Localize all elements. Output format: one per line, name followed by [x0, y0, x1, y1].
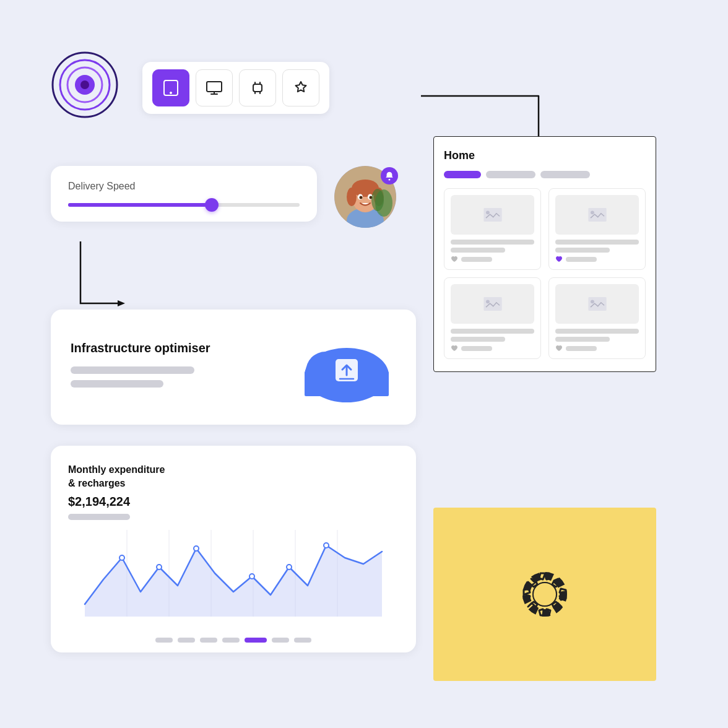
svg-point-52: [591, 210, 594, 214]
infra-bar-medium: [71, 380, 163, 388]
svg-point-56: [591, 300, 594, 303]
svg-point-29: [371, 189, 384, 211]
chart-dot-6[interactable]: [272, 638, 289, 643]
avatar-container: [334, 166, 399, 231]
device-switcher: [142, 62, 329, 114]
tab-pills: [444, 171, 646, 178]
tab-pill-2[interactable]: [486, 171, 535, 178]
svg-point-22: [347, 188, 357, 206]
svg-rect-49: [483, 208, 501, 222]
mini-card-img-1: [451, 195, 534, 235]
cloud-upload-container: [297, 327, 396, 407]
chart-dot-7[interactable]: [294, 638, 311, 643]
infra-bar-wide: [71, 366, 194, 374]
chart-amount: $2,194,224: [68, 495, 399, 509]
svg-point-47: [287, 565, 292, 570]
chart-area-svg: [68, 530, 399, 629]
chart-card: Monthly expenditure& recharges $2,194,22…: [51, 446, 416, 652]
svg-point-6: [80, 80, 89, 89]
infra-title: Infrastructure optimiser: [71, 341, 210, 355]
chart-dot-5[interactable]: [245, 638, 267, 643]
chart-dot-3[interactable]: [200, 638, 217, 643]
svg-point-48: [324, 543, 329, 548]
chart-dot-4[interactable]: [222, 638, 240, 643]
infra-left: Infrastructure optimiser: [71, 341, 210, 394]
infra-card: Infrastructure optimiser: [51, 310, 416, 425]
tablet-button[interactable]: [152, 69, 189, 106]
svg-point-46: [249, 574, 254, 579]
mini-card-img-3: [451, 284, 534, 324]
mini-card-1: [444, 188, 541, 270]
chart-dots: [68, 638, 399, 643]
chart-dot-2[interactable]: [178, 638, 195, 643]
chart-dot-1[interactable]: [155, 638, 173, 643]
favorite-button[interactable]: [282, 69, 319, 106]
heart-icon-3: [451, 345, 458, 352]
svg-rect-9: [207, 82, 222, 92]
mini-card-4: [548, 277, 646, 359]
heart-icon-4: [555, 345, 563, 352]
mini-card-2: [548, 188, 646, 270]
mini-card-img-2: [555, 195, 639, 235]
desktop-button[interactable]: [196, 69, 233, 106]
mini-card-img-4: [555, 284, 639, 324]
svg-rect-51: [588, 208, 606, 222]
chart-sub-bar: [68, 514, 130, 520]
delivery-speed-label: Delivery Speed: [68, 181, 300, 192]
svg-point-8: [170, 92, 172, 94]
svg-point-45: [194, 546, 199, 551]
svg-point-26: [360, 196, 363, 199]
home-panel-title: Home: [444, 149, 646, 162]
svg-marker-1: [118, 300, 125, 306]
svg-rect-53: [483, 297, 501, 311]
heart-icon-2: [555, 256, 563, 263]
home-panel: Home: [433, 136, 656, 372]
svg-point-44: [157, 565, 162, 570]
watch-button[interactable]: [239, 69, 276, 106]
svg-point-43: [119, 555, 124, 560]
svg-point-50: [486, 210, 490, 214]
target-icon: [51, 51, 119, 119]
tab-pill-3[interactable]: [540, 171, 590, 178]
tab-pill-1[interactable]: [444, 171, 481, 178]
gear-icon: [508, 557, 582, 631]
svg-point-30: [389, 179, 391, 181]
cards-grid: [444, 188, 646, 359]
svg-point-54: [486, 300, 490, 303]
svg-rect-12: [253, 84, 262, 92]
chart-title: Monthly expenditure& recharges: [68, 463, 399, 491]
speed-slider-track[interactable]: [68, 203, 300, 207]
heart-icon-1: [451, 256, 458, 263]
settings-panel: [433, 508, 656, 681]
svg-point-60: [534, 583, 556, 605]
slider-fill: [68, 203, 212, 207]
slider-thumb[interactable]: [205, 198, 219, 212]
notification-badge[interactable]: [381, 167, 398, 184]
mini-card-3: [444, 277, 541, 359]
delivery-speed-card: Delivery Speed: [51, 166, 317, 222]
svg-rect-55: [588, 297, 606, 311]
